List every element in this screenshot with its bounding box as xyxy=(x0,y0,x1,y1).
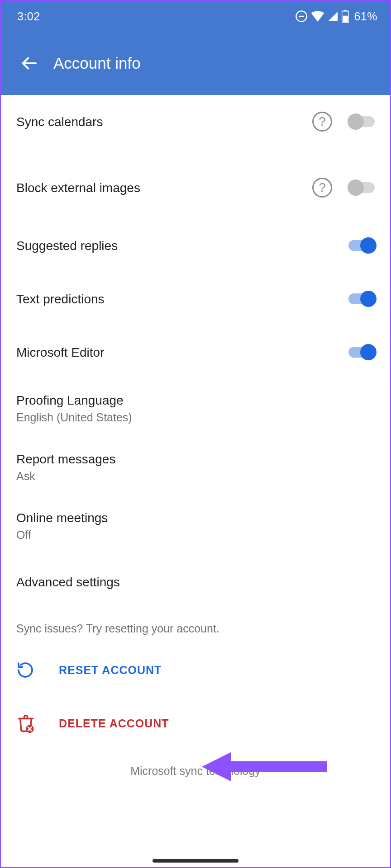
row-text-predictions[interactable]: Text predictions xyxy=(1,272,390,326)
wifi-icon xyxy=(311,11,324,22)
svg-rect-4 xyxy=(343,16,348,22)
row-sync-calendars[interactable]: Sync calendars ? xyxy=(1,95,390,148)
help-icon[interactable]: ? xyxy=(312,178,332,198)
signal-icon xyxy=(328,11,339,22)
row-microsoft-editor[interactable]: Microsoft Editor xyxy=(1,326,390,379)
toggle-sync-calendars[interactable] xyxy=(348,116,375,127)
row-advanced-settings[interactable]: Advanced settings xyxy=(1,555,390,609)
status-bar: 3:02 61% xyxy=(1,1,390,32)
arrow-back-icon xyxy=(20,54,38,72)
svg-rect-3 xyxy=(344,10,347,11)
row-report-messages[interactable]: Report messages Ask xyxy=(1,438,390,496)
row-value: Off xyxy=(16,528,375,542)
row-label: Suggested replies xyxy=(16,238,348,254)
reset-label: RESET ACCOUNT xyxy=(59,664,162,677)
navigation-handle[interactable] xyxy=(153,859,238,863)
trash-icon xyxy=(16,714,35,733)
toggle-suggested-replies[interactable] xyxy=(348,240,375,251)
status-icons: 61% xyxy=(295,10,377,23)
row-value: Ask xyxy=(16,470,375,483)
battery-icon xyxy=(342,10,349,23)
help-icon[interactable]: ? xyxy=(312,112,332,132)
row-label: Proofing Language xyxy=(16,392,375,408)
page-title: Account info xyxy=(53,54,141,72)
do-not-disturb-icon xyxy=(295,10,308,23)
battery-percentage: 61% xyxy=(354,10,377,23)
toggle-block-external-images[interactable] xyxy=(348,182,375,193)
settings-list: Sync calendars ? Block external images ?… xyxy=(1,95,390,784)
row-value: English (United States) xyxy=(16,411,375,424)
toggle-text-predictions[interactable] xyxy=(348,293,375,304)
row-label: Report messages xyxy=(16,451,375,467)
footer-text: Microsoft sync technology xyxy=(1,750,390,784)
row-block-external-images[interactable]: Block external images ? xyxy=(1,161,390,214)
reset-icon xyxy=(16,661,34,679)
sync-hint: Sync issues? Try resetting your account. xyxy=(1,609,390,643)
reset-account-button[interactable]: RESET ACCOUNT xyxy=(1,643,390,697)
delete-account-button[interactable]: DELETE ACCOUNT xyxy=(1,697,390,750)
row-label: Microsoft Editor xyxy=(16,344,348,360)
app-header: Account info xyxy=(1,32,390,95)
row-label: Sync calendars xyxy=(16,114,312,130)
row-label: Text predictions xyxy=(16,291,348,307)
row-online-meetings[interactable]: Online meetings Off xyxy=(1,496,390,555)
delete-label: DELETE ACCOUNT xyxy=(59,717,169,730)
row-suggested-replies[interactable]: Suggested replies xyxy=(1,219,390,272)
row-proofing-language[interactable]: Proofing Language English (United States… xyxy=(1,379,390,438)
toggle-microsoft-editor[interactable] xyxy=(348,347,375,358)
back-button[interactable] xyxy=(9,43,49,83)
row-label: Online meetings xyxy=(16,510,375,526)
status-time: 3:02 xyxy=(17,10,40,23)
row-label: Block external images xyxy=(16,180,312,196)
row-label: Advanced settings xyxy=(16,574,375,590)
